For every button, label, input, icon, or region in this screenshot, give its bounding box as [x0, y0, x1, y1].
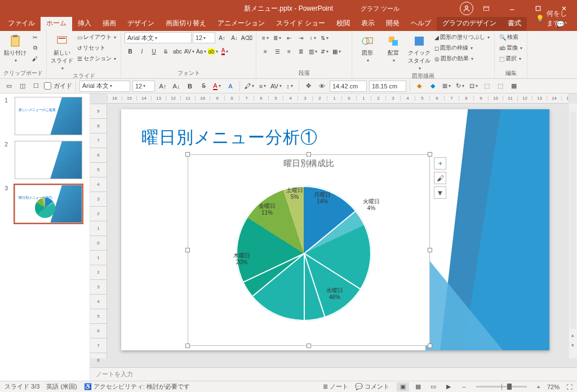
- ribbon-options-icon[interactable]: [473, 0, 499, 17]
- chart-object[interactable]: 曜日別構成比 月曜日14% 火曜日4% 水曜日46% 木曜日20% 金曜日11%…: [188, 154, 430, 346]
- qa-pick[interactable]: ✥: [303, 81, 314, 92]
- slide-counter[interactable]: スライド 3/3: [5, 382, 39, 391]
- qa-icon-3[interactable]: ☐: [30, 81, 42, 92]
- qa-spacing[interactable]: AV: [270, 81, 282, 92]
- resize-handle[interactable]: [185, 344, 190, 348]
- chart-styles-button[interactable]: 🖌: [434, 172, 446, 184]
- tab-slideshow[interactable]: スライド ショー: [270, 16, 331, 31]
- copy-button[interactable]: ⧉: [29, 43, 41, 53]
- font-size-select[interactable]: 12: [193, 32, 215, 43]
- tab-home[interactable]: ホーム: [41, 16, 72, 31]
- next-slide-icon[interactable]: ▾: [571, 342, 574, 348]
- new-slide-button[interactable]: 新しい スライド: [50, 32, 74, 71]
- qa-more1[interactable]: ⬚: [481, 81, 492, 92]
- comments-toggle[interactable]: 💬 コメント: [355, 382, 389, 391]
- columns-button[interactable]: ▥: [307, 46, 318, 57]
- line-spacing-button[interactable]: ↕: [307, 32, 318, 43]
- replace-button[interactable]: ab 置換: [498, 43, 523, 53]
- thumbnail-1[interactable]: 新しいメニューのご提案: [15, 97, 82, 135]
- qa-rotate[interactable]: ↻: [454, 81, 465, 92]
- qa-font-select[interactable]: Arial 本文: [79, 81, 130, 92]
- find-button[interactable]: 🔍 検索: [498, 32, 523, 42]
- tab-insert[interactable]: 挿入: [72, 16, 97, 31]
- normal-view-button[interactable]: ▣: [397, 382, 409, 391]
- underline-button[interactable]: U: [148, 46, 159, 57]
- align-text-button[interactable]: ⇵: [319, 46, 330, 57]
- language-indicator[interactable]: 英語 (米国): [46, 382, 77, 391]
- slideshow-view-button[interactable]: ▶: [442, 382, 455, 391]
- qa-font-color[interactable]: A: [211, 81, 223, 92]
- qa-arr2[interactable]: ◆: [427, 81, 438, 92]
- tab-review[interactable]: 校閲: [331, 16, 356, 31]
- qa-dec-font[interactable]: A↓: [171, 81, 182, 92]
- accessibility-status[interactable]: ♿ アクセシビリティ: 検討が必要です: [84, 382, 190, 391]
- slide-title[interactable]: 曜日別メニュー分析①: [141, 126, 318, 149]
- increase-font-button[interactable]: A↑: [216, 32, 228, 43]
- resize-handle[interactable]: [428, 344, 432, 348]
- section-button[interactable]: ☰ セクション: [76, 54, 117, 64]
- tab-file[interactable]: ファイル: [2, 16, 41, 31]
- resize-handle[interactable]: [428, 152, 432, 157]
- cut-button[interactable]: ✂: [29, 32, 41, 42]
- layout-button[interactable]: ▭ レイアウト: [76, 32, 117, 42]
- thumbnail-3[interactable]: 曜日別メニュー分析①: [15, 185, 82, 223]
- qa-bullets[interactable]: ≡: [257, 81, 268, 92]
- tab-developer[interactable]: 開発: [380, 16, 405, 31]
- resize-handle[interactable]: [185, 152, 190, 157]
- resize-handle[interactable]: [307, 344, 311, 348]
- zoom-slider[interactable]: [476, 386, 527, 387]
- font-name-select[interactable]: Arial 本文: [125, 32, 192, 43]
- vertical-scrollbar[interactable]: ▴▾: [568, 104, 577, 358]
- increase-indent-button[interactable]: ⇥: [295, 32, 307, 43]
- tab-draw[interactable]: 描画: [97, 16, 122, 31]
- shape-fill-button[interactable]: ◢ 図形の塗りつぶし: [433, 32, 491, 42]
- decrease-indent-button[interactable]: ⇤: [283, 32, 295, 43]
- shapes-button[interactable]: 図形: [356, 32, 379, 63]
- qa-highlight[interactable]: 🖍: [243, 81, 255, 92]
- slide-canvas[interactable]: 曜日別メニュー分析① 曜日別構成比 月曜日14% 火曜日4%: [121, 109, 549, 350]
- paste-button[interactable]: 貼り付け: [3, 32, 27, 63]
- char-spacing-button[interactable]: AV: [184, 46, 195, 57]
- qa-bold[interactable]: B: [184, 81, 196, 92]
- minimize-button[interactable]: [499, 0, 525, 17]
- prev-slide-icon[interactable]: ▴: [571, 332, 574, 338]
- align-right-button[interactable]: ≡: [283, 46, 295, 57]
- sorter-view-button[interactable]: ▦: [412, 382, 424, 391]
- clear-format-button[interactable]: A⌫: [241, 32, 252, 43]
- arrange-button[interactable]: 配置: [381, 32, 405, 63]
- decrease-font-button[interactable]: A↓: [229, 32, 240, 43]
- qa-strike[interactable]: S̶: [198, 81, 209, 92]
- tab-transition[interactable]: 画面切り替え: [160, 16, 212, 31]
- qa-more2[interactable]: ⬚: [495, 81, 506, 92]
- select-button[interactable]: ⬚ 選択: [498, 54, 523, 64]
- tab-format[interactable]: 書式: [502, 16, 527, 31]
- tab-view[interactable]: 表示: [356, 16, 380, 31]
- numbering-button[interactable]: ≣: [272, 32, 283, 43]
- qa-group[interactable]: ⊡: [468, 81, 479, 92]
- qa-inc-font[interactable]: A↑: [157, 81, 168, 92]
- bold-button[interactable]: B: [125, 46, 136, 57]
- height-input[interactable]: 18.15 cm: [369, 81, 406, 92]
- text-direction-button[interactable]: ⇅: [319, 32, 330, 43]
- italic-button[interactable]: I: [136, 46, 148, 57]
- bullets-button[interactable]: ≡: [260, 32, 271, 43]
- align-left-button[interactable]: ≡: [260, 46, 271, 57]
- qa-more3[interactable]: ▦: [508, 81, 520, 92]
- shadow-button[interactable]: abc: [172, 46, 183, 57]
- guide-checkbox[interactable]: [44, 82, 51, 90]
- zoom-in-button[interactable]: +: [537, 384, 540, 390]
- shape-effects-button[interactable]: ◎ 図形の効果: [433, 54, 491, 64]
- tab-help[interactable]: ヘルプ: [405, 16, 437, 31]
- reset-button[interactable]: ↺ リセット: [76, 43, 117, 53]
- thumbnail-2[interactable]: [15, 141, 82, 179]
- strike-button[interactable]: S̶: [160, 46, 171, 57]
- qa-size-select[interactable]: 12: [132, 81, 155, 92]
- quick-styles-button[interactable]: クイック スタイル: [407, 32, 431, 71]
- notes-pane[interactable]: ノートを入力: [90, 367, 577, 381]
- tab-design[interactable]: デザイン: [122, 16, 160, 31]
- chart-filter-button[interactable]: ▼: [434, 186, 446, 199]
- account-icon[interactable]: [460, 2, 473, 15]
- change-case-button[interactable]: Aa: [196, 46, 207, 57]
- qa-eye[interactable]: 👁: [316, 81, 327, 92]
- qa-icon-1[interactable]: ▭: [3, 81, 15, 92]
